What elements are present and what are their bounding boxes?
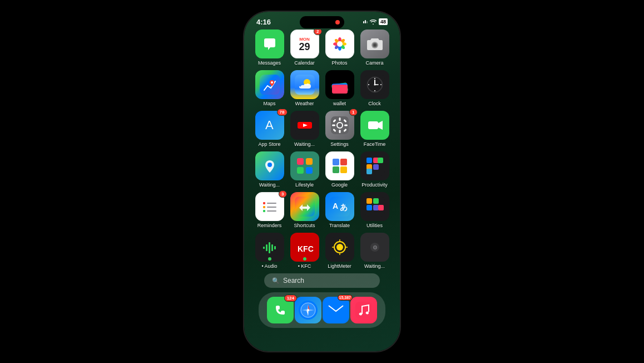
svg-rect-42 xyxy=(344,125,348,126)
svg-rect-110 xyxy=(328,303,344,317)
app-waiting-maps[interactable]: Waiting... xyxy=(253,151,286,188)
app-translate[interactable]: A あ Translate xyxy=(323,192,356,228)
svg-rect-59 xyxy=(340,166,347,173)
app-youtube[interactable]: Waiting... xyxy=(288,111,321,147)
svg-rect-111 xyxy=(355,302,372,318)
svg-rect-63 xyxy=(378,158,383,163)
facetime-label: FaceTime xyxy=(364,141,386,147)
svg-rect-40 xyxy=(339,130,340,133)
lightmeter-label: LightMeter xyxy=(328,263,351,269)
translate-icon: A あ xyxy=(325,192,354,221)
home-content: Messages 2 MON 29 Calendar xyxy=(244,30,400,328)
svg-rect-52 xyxy=(297,158,304,165)
signal-icon xyxy=(363,20,368,23)
weather-icon xyxy=(290,70,319,99)
waiting-last-label: Waiting... xyxy=(364,263,385,269)
svg-rect-54 xyxy=(297,167,304,174)
app-wallet[interactable]: wallet xyxy=(323,70,356,106)
dock-music[interactable] xyxy=(350,297,377,323)
app-weather[interactable]: Weather xyxy=(288,70,321,106)
svg-point-13 xyxy=(374,44,376,46)
clock-icon xyxy=(360,70,389,99)
utilities-icon xyxy=(360,192,389,221)
app-facetime[interactable]: FaceTime xyxy=(358,111,391,147)
app-lifestyle[interactable]: Lifestyle xyxy=(288,151,321,188)
waiting-maps-icon xyxy=(255,151,284,180)
dock-mail[interactable]: 15,387 xyxy=(323,297,349,323)
reminders-icon: 3 xyxy=(255,192,284,221)
phone-frame: 4:16 48 xyxy=(244,12,400,351)
calendar-icon: 2 MON 29 xyxy=(290,30,319,58)
svg-rect-41 xyxy=(332,125,335,126)
svg-point-109 xyxy=(307,309,309,311)
phone-badge: 124 xyxy=(284,295,297,302)
app-clock[interactable]: Clock xyxy=(358,70,391,106)
app-row-1: Messages 2 MON 29 Calendar xyxy=(253,30,391,66)
facetime-icon xyxy=(360,111,389,140)
svg-rect-22 xyxy=(332,85,348,94)
safari-icon xyxy=(295,297,321,323)
svg-rect-78 xyxy=(366,198,372,204)
kfc-label: • KFC xyxy=(298,263,311,269)
app-google[interactable]: Google xyxy=(323,151,356,188)
app-camera[interactable]: Camera xyxy=(358,30,391,66)
svg-rect-87 xyxy=(271,244,273,251)
google-label: Google xyxy=(331,182,348,188)
app-row-5: 3 Reminders xyxy=(253,192,391,228)
svg-rect-39 xyxy=(339,117,340,121)
app-row-3: 78 A App Store Waiting... xyxy=(253,111,391,147)
dock: 124 xyxy=(259,292,385,328)
app-maps[interactable]: Maps xyxy=(253,70,286,106)
app-messages[interactable]: Messages xyxy=(253,30,286,66)
maps-icon xyxy=(255,70,284,99)
translate-label: Translate xyxy=(329,223,350,228)
status-time: 4:16 xyxy=(256,18,271,26)
app-shortcuts[interactable]: Shortcuts xyxy=(288,192,321,228)
app-appstore[interactable]: 78 A App Store xyxy=(253,111,286,147)
svg-rect-70 xyxy=(267,203,276,204)
utilities-label: Utilities xyxy=(366,223,383,228)
app-reminders[interactable]: 3 Reminders xyxy=(253,192,286,228)
app-photos[interactable]: Photos xyxy=(323,30,356,66)
messages-icon xyxy=(255,30,284,58)
lifestyle-icon xyxy=(290,151,319,180)
settings-label: Settings xyxy=(330,141,349,147)
wallet-label: wallet xyxy=(333,101,346,106)
kfc-icon: KFC xyxy=(290,233,319,262)
svg-rect-57 xyxy=(340,159,347,165)
app-waiting-last[interactable]: ⚙ Waiting... xyxy=(358,233,391,269)
dock-phone[interactable]: 124 xyxy=(267,297,294,323)
svg-rect-58 xyxy=(333,166,339,173)
lightmeter-icon xyxy=(325,233,354,262)
search-bar[interactable]: 🔍 Search xyxy=(264,273,380,288)
app-kfc[interactable]: KFC • KFC xyxy=(288,233,321,269)
svg-rect-81 xyxy=(373,205,379,210)
waiting-maps-label: Waiting... xyxy=(259,182,280,188)
svg-rect-69 xyxy=(263,210,265,212)
app-settings[interactable]: 1 Settings xyxy=(323,111,356,147)
svg-rect-72 xyxy=(267,210,276,212)
camera-icon xyxy=(360,30,389,58)
lifestyle-label: Lifestyle xyxy=(295,182,314,188)
calendar-label: Calendar xyxy=(294,60,315,66)
svg-rect-88 xyxy=(274,246,276,249)
app-productivity[interactable]: Productivity xyxy=(358,151,391,188)
svg-point-93 xyxy=(336,244,343,251)
app-audio[interactable]: • Audio xyxy=(253,233,286,269)
calendar-badge: 2 xyxy=(314,30,321,35)
mail-icon: 15,387 xyxy=(323,297,349,323)
app-row-2: Maps xyxy=(253,70,391,106)
app-calendar[interactable]: 2 MON 29 Calendar xyxy=(288,30,321,66)
google-icon xyxy=(325,151,354,180)
settings-badge: 1 xyxy=(349,109,357,116)
appstore-badge: 78 xyxy=(277,109,288,116)
status-right: 48 xyxy=(363,18,388,25)
dynamic-island xyxy=(300,16,344,28)
svg-rect-82 xyxy=(378,205,384,210)
svg-rect-56 xyxy=(333,159,339,165)
dock-safari[interactable] xyxy=(295,297,321,323)
app-lightmeter[interactable]: LightMeter xyxy=(323,233,356,269)
youtube-label: Waiting... xyxy=(294,141,315,147)
app-utilities[interactable]: Utilities xyxy=(358,192,391,228)
appstore-icon: 78 A xyxy=(255,111,284,140)
